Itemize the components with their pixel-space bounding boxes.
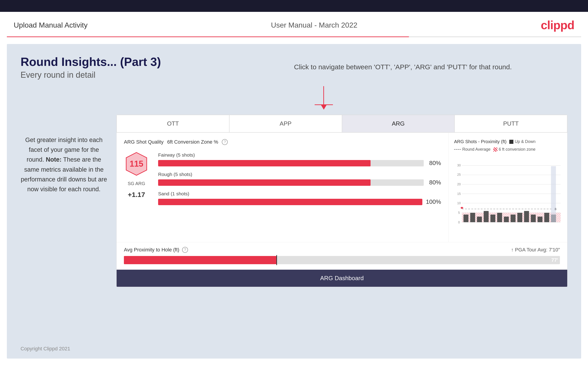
legend-square-icon [509,140,513,144]
sg-value: +1.17 [128,191,145,199]
svg-text:15: 15 [457,192,461,196]
bar-pct: 100% [426,198,441,205]
bar-item: Rough (5 shots) 80% [158,172,441,186]
proximity-cursor [276,255,277,265]
center-label: User Manual - March 2022 [271,21,357,29]
svg-rect-21 [470,213,475,222]
svg-rect-24 [490,215,495,222]
bar-row: 80% [158,179,441,186]
top-bar [0,0,588,12]
bar-row: 100% [158,198,441,205]
legend-round-avg: Round Average [454,147,491,152]
bar-label: Rough (5 shots) [158,172,441,177]
chart-svg: 0 5 10 15 20 25 30 [454,155,562,228]
svg-rect-27 [511,215,516,222]
chart-title: ARG Shots - Proximity (ft) [454,139,507,144]
shot-quality-label: ARG Shot Quality [124,139,164,145]
bar-label: Sand (1 shots) [158,191,441,197]
svg-rect-32 [544,213,549,222]
arrow-down [321,105,327,110]
hexagon-container: 115 SG ARG +1.17 [124,151,149,199]
proximity-label: Avg Proximity to Hole (ft) [124,247,179,253]
help-icon[interactable]: ? [222,139,228,145]
svg-rect-28 [517,213,522,222]
svg-rect-30 [531,215,536,222]
svg-text:25: 25 [457,173,461,176]
svg-rect-34 [551,166,556,222]
bar-item: Fairway (5 shots) 80% [158,152,441,167]
chart-header: ARG Shots - Proximity (ft) Up & Down Rou… [454,139,562,152]
pga-avg-label: ↑ PGA Tour Avg: 7'10" [511,247,560,253]
legend-round-avg-label: Round Average [462,147,491,152]
nav-hint: Click to navigate between 'OTT', 'APP', … [294,62,512,72]
upload-label: Upload Manual Activity [14,21,88,29]
arg-dashboard-button[interactable]: ARG Dashboard [117,270,567,287]
svg-rect-22 [477,217,482,222]
svg-marker-18 [460,207,464,209]
arrow [315,86,333,110]
proximity-section: Avg Proximity to Hole (ft) ? ↑ PGA Tour … [117,242,567,270]
note-bold: Note: [46,156,62,163]
proximity-help-icon[interactable]: ? [182,247,188,253]
svg-rect-23 [484,211,489,222]
panels-row: ARG Shot Quality 6ft Conversion Zone % ?… [117,133,567,242]
bar-track [158,160,424,167]
tab-putt[interactable]: PUTT [455,115,567,133]
score-row: 115 SG ARG +1.17 Fairway (5 shots) 80% R… [124,151,441,205]
bar-row: 80% [158,159,441,167]
proximity-value: 77' [551,257,558,263]
svg-text:30: 30 [457,164,461,167]
proximity-bar-track: 77' [124,256,560,264]
sg-label: SG ARG [128,181,145,186]
legend-dashed-icon [454,149,461,150]
left-description: Get greater insight into each facet of y… [21,135,107,194]
proximity-header: Avg Proximity to Hole (ft) ? ↑ PGA Tour … [124,247,560,253]
proximity-bar-fill: 77' [124,256,277,264]
header: Upload Manual Activity User Manual - Mar… [0,12,588,36]
legend-hatch-icon [493,148,497,152]
footer-copyright: Copyright Clippd 2021 [21,346,70,352]
svg-rect-31 [537,217,543,222]
svg-text:0: 0 [458,221,460,224]
conversion-label: 6ft Conversion Zone % [167,139,218,145]
tab-arg[interactable]: ARG [342,115,455,133]
svg-text:10: 10 [457,201,461,205]
bar-track [158,199,422,205]
hexagon: 115 [124,151,149,176]
tab-app[interactable]: APP [229,115,342,133]
header-divider [7,36,581,37]
bar-pct: 80% [427,179,441,186]
legend-6ft: 6 ft conversion zone [493,147,536,152]
bar-pct: 80% [427,159,441,167]
left-panel: ARG Shot Quality 6ft Conversion Zone % ?… [117,133,449,242]
main-content: Round Insights... (Part 3) Every round i… [7,44,581,359]
svg-rect-20 [463,215,468,222]
legend-up-down: Up & Down [509,139,536,144]
bar-fill [158,179,371,186]
logo: clippd [541,18,574,32]
proximity-title: Avg Proximity to Hole (ft) ? [124,247,188,253]
dashboard-card: OTT APP ARG PUTT ARG Shot Quality 6ft Co… [116,115,567,287]
chart-area: 0 5 10 15 20 25 30 [454,155,562,228]
svg-text:5: 5 [458,211,460,215]
panel-header: ARG Shot Quality 6ft Conversion Zone % ? [124,139,441,145]
right-panel: ARG Shots - Proximity (ft) Up & Down Rou… [449,133,567,242]
bars-list: Fairway (5 shots) 80% Rough (5 shots) 80… [158,151,441,205]
arrow-vertical [323,86,324,104]
svg-rect-29 [524,211,529,222]
bar-track [158,179,424,186]
svg-text:20: 20 [457,183,461,186]
bar-item: Sand (1 shots) 100% [158,191,441,205]
svg-rect-25 [497,213,502,222]
svg-rect-26 [504,217,509,222]
tabs: OTT APP ARG PUTT [117,115,567,133]
bar-fill [158,160,371,167]
bar-fill [158,199,422,205]
legend-6ft-label: 6 ft conversion zone [499,147,536,152]
tab-ott[interactable]: OTT [117,115,229,133]
legend-up-down-label: Up & Down [515,139,536,144]
hexagon-value: 115 [130,159,143,169]
bar-label: Fairway (5 shots) [158,152,441,158]
